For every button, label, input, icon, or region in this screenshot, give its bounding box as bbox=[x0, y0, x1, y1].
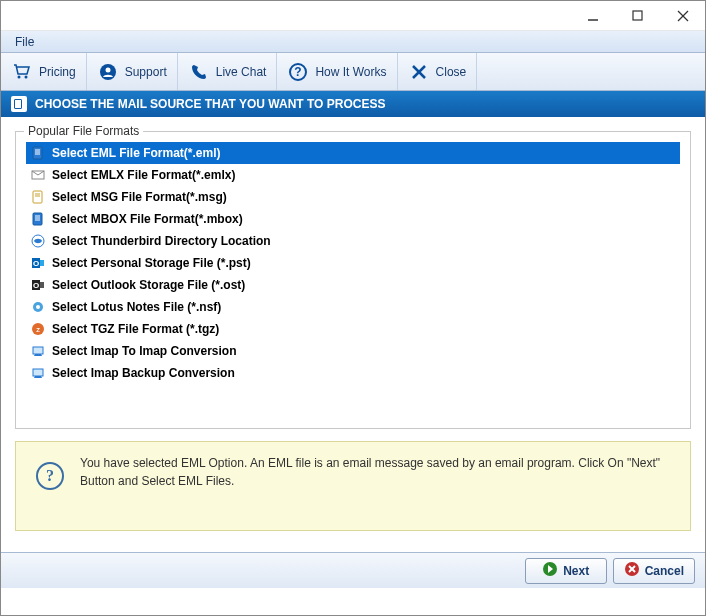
svg-text:Z: Z bbox=[36, 327, 40, 333]
toolbar: Pricing Support Live Chat ? How It Works… bbox=[1, 53, 705, 91]
info-text: You have selected EML Option. An EML fil… bbox=[80, 454, 670, 490]
svg-text:O: O bbox=[33, 259, 39, 268]
pricing-button[interactable]: Pricing bbox=[1, 53, 87, 90]
banner: CHOOSE THE MAIL SOURCE THAT YOU WANT TO … bbox=[1, 91, 705, 117]
file-menu[interactable]: File bbox=[9, 33, 40, 51]
lotus-icon bbox=[30, 299, 46, 315]
format-item[interactable]: Select Lotus Notes File (*.nsf) bbox=[26, 296, 680, 318]
format-list: Select EML File Format(*.eml)Select EMLX… bbox=[26, 142, 680, 384]
doc-blue-icon bbox=[30, 211, 46, 227]
svg-point-5 bbox=[25, 75, 28, 78]
format-label: Select Imap Backup Conversion bbox=[52, 366, 235, 380]
livechat-button[interactable]: Live Chat bbox=[178, 53, 278, 90]
title-bar bbox=[1, 1, 705, 31]
minimize-button[interactable] bbox=[570, 2, 615, 30]
formats-group: Popular File Formats Select EML File For… bbox=[15, 131, 691, 429]
banner-title: CHOOSE THE MAIL SOURCE THAT YOU WANT TO … bbox=[35, 97, 385, 111]
svg-rect-12 bbox=[33, 147, 42, 159]
livechat-label: Live Chat bbox=[216, 65, 267, 79]
howitworks-button[interactable]: ? How It Works bbox=[277, 53, 397, 90]
format-item[interactable]: Select EML File Format(*.eml) bbox=[26, 142, 680, 164]
format-item[interactable]: ZSelect TGZ File Format (*.tgz) bbox=[26, 318, 680, 340]
question-icon: ? bbox=[287, 61, 309, 83]
imap-icon bbox=[30, 365, 46, 381]
group-title: Popular File Formats bbox=[24, 124, 143, 138]
svg-point-4 bbox=[18, 75, 21, 78]
content-area: Popular File Formats Select EML File For… bbox=[1, 117, 705, 552]
phone-icon bbox=[188, 61, 210, 83]
outlook-icon: O bbox=[30, 255, 46, 271]
format-label: Select Imap To Imap Conversion bbox=[52, 344, 237, 358]
format-label: Select EML File Format(*.eml) bbox=[52, 146, 221, 160]
support-button[interactable]: Support bbox=[87, 53, 178, 90]
envelope-icon bbox=[30, 167, 46, 183]
format-label: Select Thunderbird Directory Location bbox=[52, 234, 271, 248]
svg-rect-1 bbox=[633, 11, 642, 20]
x-icon bbox=[408, 61, 430, 83]
close-button[interactable]: Close bbox=[398, 53, 478, 90]
close-window-button[interactable] bbox=[660, 2, 705, 30]
next-button[interactable]: Next bbox=[525, 558, 607, 584]
info-icon: ? bbox=[36, 462, 64, 490]
format-label: Select EMLX File Format(*.emlx) bbox=[52, 168, 235, 182]
svg-point-7 bbox=[105, 67, 110, 72]
footer: Next Cancel bbox=[1, 552, 705, 588]
svg-text:?: ? bbox=[295, 65, 302, 79]
menu-bar: File bbox=[1, 31, 705, 53]
format-item[interactable]: OSelect Outlook Storage File (*.ost) bbox=[26, 274, 680, 296]
cart-icon bbox=[11, 61, 33, 83]
imap-icon bbox=[30, 343, 46, 359]
doc-blue-icon bbox=[30, 145, 46, 161]
headset-icon bbox=[97, 61, 119, 83]
howitworks-label: How It Works bbox=[315, 65, 386, 79]
svg-rect-20 bbox=[33, 213, 42, 225]
svg-text:O: O bbox=[33, 281, 39, 290]
format-label: Select Personal Storage File (*.pst) bbox=[52, 256, 251, 270]
maximize-button[interactable] bbox=[615, 2, 660, 30]
svg-rect-36 bbox=[33, 369, 43, 376]
thunderbird-icon bbox=[30, 233, 46, 249]
format-label: Select TGZ File Format (*.tgz) bbox=[52, 322, 219, 336]
svg-rect-27 bbox=[40, 260, 44, 266]
format-item[interactable]: OSelect Personal Storage File (*.pst) bbox=[26, 252, 680, 274]
format-item[interactable]: Select Imap Backup Conversion bbox=[26, 362, 680, 384]
format-item[interactable]: Select MSG File Format(*.msg) bbox=[26, 186, 680, 208]
support-label: Support bbox=[125, 65, 167, 79]
format-label: Select Lotus Notes File (*.nsf) bbox=[52, 300, 221, 314]
cancel-label: Cancel bbox=[645, 564, 684, 578]
svg-rect-35 bbox=[33, 347, 43, 354]
format-item[interactable]: Select Thunderbird Directory Location bbox=[26, 230, 680, 252]
svg-rect-17 bbox=[33, 191, 42, 203]
doc-yellow-icon bbox=[30, 189, 46, 205]
tgz-icon: Z bbox=[30, 321, 46, 337]
next-label: Next bbox=[563, 564, 589, 578]
outlook-dark-icon: O bbox=[30, 277, 46, 293]
cancel-button[interactable]: Cancel bbox=[613, 558, 695, 584]
cancel-icon bbox=[624, 561, 640, 580]
format-label: Select MSG File Format(*.msg) bbox=[52, 190, 227, 204]
format-label: Select MBOX File Format(*.mbox) bbox=[52, 212, 243, 226]
format-item[interactable]: Select Imap To Imap Conversion bbox=[26, 340, 680, 362]
svg-point-32 bbox=[36, 305, 40, 309]
format-item[interactable]: Select MBOX File Format(*.mbox) bbox=[26, 208, 680, 230]
format-item[interactable]: Select EMLX File Format(*.emlx) bbox=[26, 164, 680, 186]
next-icon bbox=[542, 561, 558, 580]
close-label: Close bbox=[436, 65, 467, 79]
pricing-label: Pricing bbox=[39, 65, 76, 79]
clipboard-icon bbox=[11, 96, 27, 112]
info-box: ? You have selected EML Option. An EML f… bbox=[15, 441, 691, 531]
format-label: Select Outlook Storage File (*.ost) bbox=[52, 278, 245, 292]
svg-rect-30 bbox=[40, 282, 44, 288]
